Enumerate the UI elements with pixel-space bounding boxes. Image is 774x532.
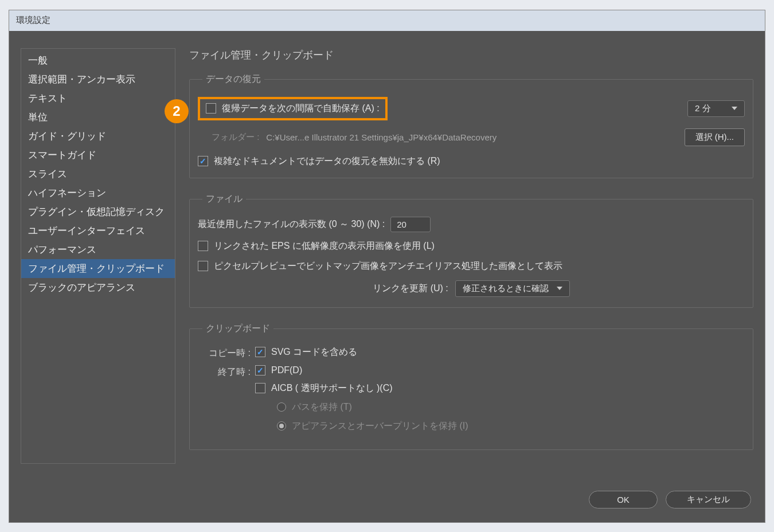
- ok-button[interactable]: OK: [589, 491, 658, 508]
- quit-time-content: PDF(D) AICB ( 透明サポートなし )(C) パスを保持 (T): [255, 365, 745, 439]
- sidebar-item-label: 単位: [28, 112, 48, 123]
- svg-row: SVG コードを含める: [255, 346, 745, 358]
- recent-files-row: 最近使用したファイルの表示数 (0 ～ 30) (N) :: [198, 217, 745, 232]
- autosave-highlight: 復帰データを次の間隔で自動保存 (A) :: [198, 97, 388, 120]
- preserve-appearance-radio[interactable]: [277, 421, 286, 431]
- sidebar-item-general[interactable]: 一般: [21, 51, 175, 70]
- preserve-appearance-label: アピアランスとオーバープリントを保持 (I): [292, 420, 468, 432]
- autosave-interval-value: 2 分: [695, 103, 711, 114]
- pixel-preview-checkbox[interactable]: [198, 261, 208, 271]
- data-restore-group: データの復元 2 復帰データを次の間隔で自動保存 (A) : 2 分 フォルダー…: [189, 73, 753, 178]
- pixel-preview-row: ピクセルプレビューでビットマップ画像をアンチエイリアス処理した画像として表示: [198, 260, 745, 272]
- autosave-interval-select[interactable]: 2 分: [687, 100, 745, 117]
- pdf-label: PDF(D): [271, 365, 302, 375]
- sidebar-item-label: テキスト: [28, 93, 67, 104]
- sidebar-item-smart-guides[interactable]: スマートガイド: [21, 146, 175, 165]
- recent-files-input[interactable]: [390, 217, 431, 232]
- sidebar-item-label: 一般: [28, 55, 48, 66]
- eps-lowres-row: リンクされた EPS に低解像度の表示用画像を使用 (L): [198, 240, 745, 252]
- eps-lowres-checkbox[interactable]: [198, 241, 208, 251]
- callout-badge-2: 2: [165, 99, 189, 123]
- category-sidebar: 一般 選択範囲・アンカー表示 テキスト 単位 ガイド・グリッド スマートガイド …: [21, 48, 175, 464]
- sidebar-item-black-appearance[interactable]: ブラックのアピアランス: [21, 278, 175, 297]
- file-legend: ファイル: [202, 193, 246, 205]
- sidebar-item-hyphenation[interactable]: ハイフネーション: [21, 183, 175, 202]
- preferences-dialog: 環境設定 一般 選択範囲・アンカー表示 テキスト 単位 ガイド・グリッド スマー…: [9, 10, 765, 523]
- sidebar-item-selection-anchor[interactable]: 選択範囲・アンカー表示: [21, 70, 175, 89]
- update-links-row: リンクを更新 (U) : 修正されるときに確認: [198, 280, 745, 297]
- disable-complex-row: 複雑なドキュメントではデータの復元を無効にする (R): [198, 155, 745, 167]
- cancel-button[interactable]: キャンセル: [666, 491, 751, 508]
- dialog-title: 環境設定: [16, 15, 50, 26]
- dialog-footer: OK キャンセル: [9, 491, 765, 522]
- sidebar-item-label: パフォーマンス: [28, 244, 96, 255]
- sidebar-item-label: プラグイン・仮想記憶ディスク: [28, 206, 165, 217]
- preserve-paths-radio[interactable]: [277, 402, 286, 412]
- sidebar-item-performance[interactable]: パフォーマンス: [21, 240, 175, 259]
- sidebar-item-label: ガイド・グリッド: [28, 131, 106, 142]
- aicb-row: AICB ( 透明サポートなし )(C): [255, 382, 745, 394]
- disable-complex-label: 複雑なドキュメントではデータの復元を無効にする (R): [214, 155, 440, 167]
- settings-panel: ファイル管理・クリップボード データの復元 2 復帰データを次の間隔で自動保存 …: [189, 48, 753, 479]
- sidebar-item-guides-grid[interactable]: ガイド・グリッド: [21, 127, 175, 146]
- update-links-select[interactable]: 修正されるときに確認: [455, 280, 570, 297]
- sidebar-item-slices[interactable]: スライス: [21, 165, 175, 183]
- folder-label: フォルダー :: [212, 132, 259, 143]
- sidebar-item-label: スライス: [28, 169, 67, 179]
- dialog-titlebar: 環境設定: [9, 10, 765, 31]
- disable-complex-checkbox[interactable]: [198, 156, 208, 166]
- preserve-paths-label: パスを保持 (T): [292, 401, 352, 413]
- preserve-paths-row: パスを保持 (T): [277, 401, 745, 413]
- file-group: ファイル 最近使用したファイルの表示数 (0 ～ 30) (N) : リンクされ…: [189, 193, 753, 308]
- quit-time-label: 終了時 :: [198, 365, 255, 378]
- update-links-label: リンクを更新 (U) :: [373, 283, 448, 295]
- autosave-label: 復帰データを次の間隔で自動保存 (A) :: [222, 103, 380, 115]
- sidebar-item-label: 選択範囲・アンカー表示: [28, 74, 135, 85]
- chevron-down-icon: [732, 107, 737, 110]
- sidebar-item-label: ファイル管理・クリップボード: [28, 263, 165, 274]
- sidebar-item-label: ハイフネーション: [28, 187, 106, 198]
- autosave-row: 2 復帰データを次の間隔で自動保存 (A) : 2 分: [198, 97, 745, 120]
- sidebar-item-text[interactable]: テキスト: [21, 89, 175, 108]
- pdf-checkbox[interactable]: [255, 365, 265, 375]
- eps-lowres-label: リンクされた EPS に低解像度の表示用画像を使用 (L): [214, 240, 435, 252]
- dialog-body: 一般 選択範囲・アンカー表示 テキスト 単位 ガイド・グリッド スマートガイド …: [9, 31, 765, 491]
- panel-title: ファイル管理・クリップボード: [189, 48, 753, 62]
- chevron-down-icon: [557, 287, 562, 290]
- sidebar-item-file-clipboard[interactable]: ファイル管理・クリップボード: [21, 259, 175, 278]
- recent-files-label: 最近使用したファイルの表示数 (0 ～ 30) (N) :: [198, 218, 385, 230]
- pdf-row: PDF(D): [255, 365, 745, 375]
- sidebar-item-ui[interactable]: ユーザーインターフェイス: [21, 221, 175, 240]
- clipboard-grid: コピー時 : SVG コードを含める 終了時 : PDF(D): [198, 346, 745, 439]
- copy-time-content: SVG コードを含める: [255, 346, 745, 365]
- sidebar-item-plugins-scratch[interactable]: プラグイン・仮想記憶ディスク: [21, 202, 175, 221]
- aicb-checkbox[interactable]: [255, 383, 265, 393]
- autosave-checkbox[interactable]: [206, 103, 216, 114]
- sidebar-item-label: スマートガイド: [28, 150, 96, 161]
- preserve-appearance-row: アピアランスとオーバープリントを保持 (I): [277, 420, 745, 432]
- sidebar-item-label: ユーザーインターフェイス: [28, 225, 145, 236]
- pixel-preview-label: ピクセルプレビューでビットマップ画像をアンチエイリアス処理した画像として表示: [214, 260, 562, 272]
- aicb-label: AICB ( 透明サポートなし )(C): [271, 382, 393, 394]
- clipboard-legend: クリップボード: [202, 323, 273, 335]
- sidebar-item-label: ブラックのアピアランス: [28, 282, 135, 293]
- folder-path: C:¥User...e Illustrator 21 Settings¥ja_J…: [266, 132, 497, 142]
- recovery-folder-row: フォルダー : C:¥User...e Illustrator 21 Setti…: [212, 128, 745, 146]
- data-restore-legend: データの復元: [202, 73, 264, 85]
- svg-checkbox[interactable]: [255, 347, 265, 357]
- update-links-value: 修正されるときに確認: [463, 283, 549, 294]
- choose-folder-button[interactable]: 選択 (H)...: [685, 128, 745, 146]
- clipboard-group: クリップボード コピー時 : SVG コードを含める 終了時 : PDF(D): [189, 323, 753, 450]
- svg-label: SVG コードを含める: [271, 346, 357, 358]
- sidebar-item-units[interactable]: 単位: [21, 108, 175, 127]
- copy-time-label: コピー時 :: [198, 346, 255, 359]
